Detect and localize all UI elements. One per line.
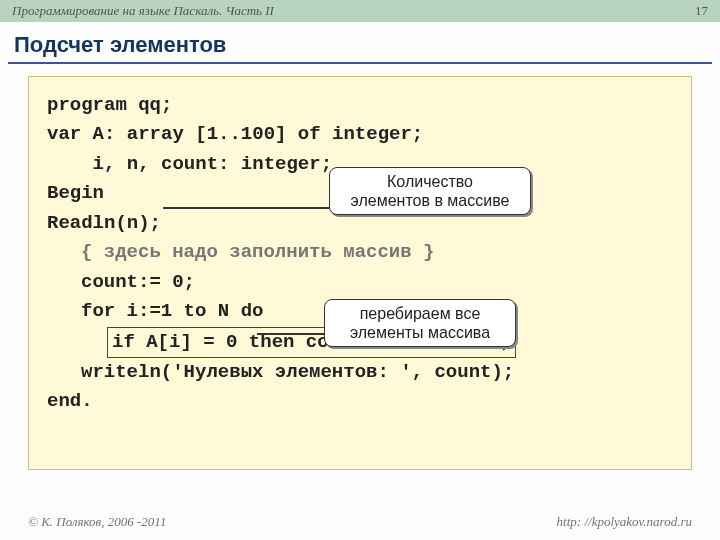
code-line-6: { здесь надо заполнить массив }: [47, 238, 673, 267]
footer: © К. Поляков, 2006 -2011 http: //kpolyak…: [0, 514, 720, 530]
callout-loop-line1: перебираем все: [335, 304, 505, 323]
page-number: 17: [695, 3, 708, 19]
code-line-10: writeln('Нулевых элементов: ', count);: [47, 358, 673, 387]
header-bar: Программирование на языке Паскаль. Часть…: [0, 0, 720, 22]
connector-1: [163, 207, 329, 209]
code-line-2: var A: array [1..100] of integer;: [47, 120, 673, 149]
slide-title: Подсчет элементов: [0, 22, 720, 62]
code-box: program qq; var A: array [1..100] of int…: [28, 76, 692, 470]
header-title: Программирование на языке Паскаль. Часть…: [12, 3, 274, 19]
callout-count: Количество элементов в массиве: [329, 167, 531, 215]
code-line-11: end.: [47, 387, 673, 416]
slide: Программирование на языке Паскаль. Часть…: [0, 0, 720, 540]
title-underline: [8, 62, 712, 64]
footer-url: http: //kpolyakov.narod.ru: [557, 514, 692, 530]
callout-loop: перебираем все элементы массива: [324, 299, 516, 347]
footer-copyright: © К. Поляков, 2006 -2011: [28, 514, 166, 530]
code-line-1: program qq;: [47, 91, 673, 120]
callout-count-line1: Количество: [340, 172, 520, 191]
connector-2: [257, 333, 324, 335]
callout-count-line2: элементов в массиве: [340, 191, 520, 210]
callout-loop-line2: элементы массива: [335, 323, 505, 342]
code-line-7: count:= 0;: [47, 268, 673, 297]
